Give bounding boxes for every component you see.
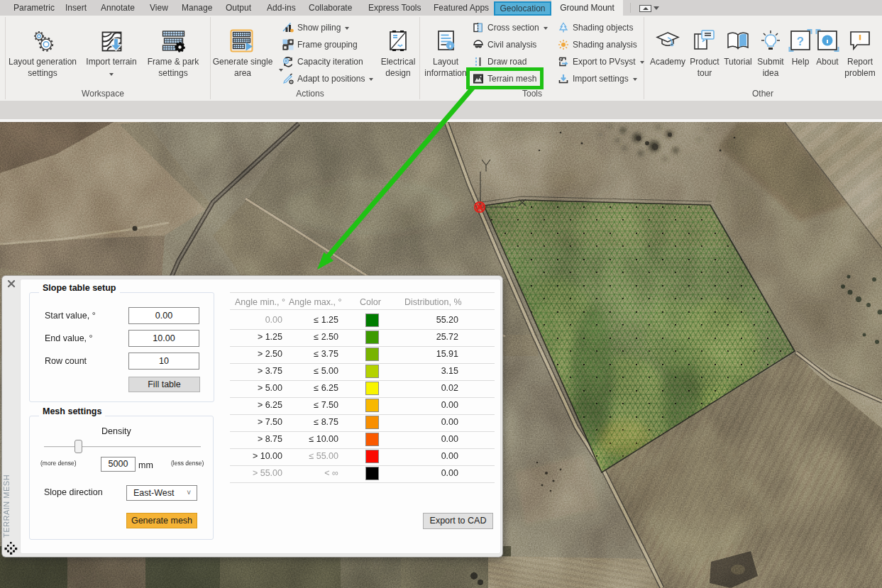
svg-text:P: P xyxy=(559,57,562,62)
